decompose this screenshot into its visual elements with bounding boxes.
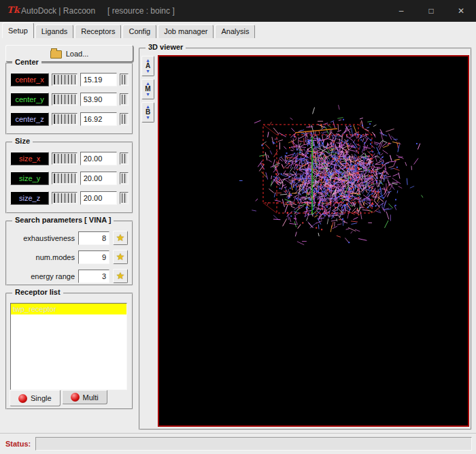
folder-icon <box>50 50 62 59</box>
size-group-title: Size <box>12 137 33 145</box>
exhaustiveness-row: exhaustiveness 8 ★ <box>11 231 128 245</box>
center-x-fine-wheel[interactable] <box>120 74 129 86</box>
search-parameters-group: Search parameters [ VINA ] exhaustivenes… <box>5 221 133 286</box>
tab-receptors[interactable]: Receptors <box>75 25 121 38</box>
size-y-input[interactable]: 20.00 <box>80 172 117 185</box>
tab-multi-label: Multi <box>83 393 99 402</box>
center-y-button[interactable]: center_y <box>10 93 49 106</box>
center-x-row: center_x 15.19 <box>10 73 129 86</box>
size-x-fine-wheel[interactable] <box>120 152 129 165</box>
viewer-3d-canvas[interactable] <box>158 55 469 427</box>
exhaustiveness-default-button[interactable]: ★ <box>113 231 128 245</box>
multi-mode-icon <box>71 393 80 402</box>
size-x-thumbwheel[interactable] <box>52 152 78 165</box>
resource-label: [ resource : boinc ] <box>107 6 175 16</box>
center-group-title: Center <box>12 58 41 66</box>
viewer-molecule-button[interactable]: ▲ M ▼ <box>141 79 154 99</box>
receptor-list-item[interactable]: twp_receptor <box>11 304 126 314</box>
size-z-row: size_z 20.00 <box>10 191 129 205</box>
maximize-button[interactable]: □ <box>416 0 446 22</box>
size-z-thumbwheel[interactable] <box>52 192 78 204</box>
tab-single[interactable]: Single <box>10 390 61 406</box>
single-mode-icon <box>18 394 27 403</box>
center-z-label: center_z <box>16 115 44 123</box>
center-y-thumbwheel[interactable] <box>52 93 78 106</box>
receptor-listbox[interactable]: twp_receptor <box>10 303 127 390</box>
minimize-button[interactable]: – <box>386 0 416 22</box>
tab-config[interactable]: Config <box>122 25 156 38</box>
size-group: Size size_x 20.00 size_y 20.00 size_z 20… <box>5 142 133 214</box>
size-x-input[interactable]: 20.00 <box>80 152 117 165</box>
center-x-label: center_x <box>16 76 44 84</box>
center-z-fine-wheel[interactable] <box>120 113 129 125</box>
receptor-list-title: Receptor list <box>12 288 63 296</box>
exhaustiveness-input[interactable]: 8 <box>78 231 109 245</box>
num-modes-input[interactable]: 9 <box>78 250 109 264</box>
tab-ligands[interactable]: Ligands <box>35 25 74 38</box>
viewer-all-letter: A <box>146 63 150 69</box>
close-button[interactable]: ✕ <box>446 0 476 22</box>
center-z-button[interactable]: center_z <box>10 112 49 126</box>
down-arrow-icon: ▼ <box>146 115 150 120</box>
size-y-row: size_y 20.00 <box>10 172 129 185</box>
receptor-mode-tabs: Single Multi <box>10 390 109 406</box>
size-x-row: size_x 20.00 <box>10 152 129 165</box>
center-y-fine-wheel[interactable] <box>120 93 129 106</box>
status-label: Status: <box>5 440 31 448</box>
energy-range-label: energy range <box>11 272 75 280</box>
center-x-thumbwheel[interactable] <box>52 74 78 86</box>
size-y-button[interactable]: size_y <box>10 172 49 185</box>
center-z-thumbwheel[interactable] <box>52 113 78 125</box>
num-modes-row: num.modes 9 ★ <box>11 250 128 264</box>
main-tabbar: Setup Ligands Receptors Config Job manag… <box>2 22 474 38</box>
tab-single-label: Single <box>31 394 52 402</box>
down-arrow-icon: ▼ <box>146 69 150 74</box>
search-parameters-title: Search parameters [ VINA ] <box>12 216 114 224</box>
viewer-box-button[interactable]: ▲ B ▼ <box>141 102 154 123</box>
size-x-label: size_x <box>19 155 40 163</box>
energy-range-default-button[interactable]: ★ <box>113 269 128 283</box>
center-x-button[interactable]: center_x <box>10 73 49 86</box>
size-y-thumbwheel[interactable] <box>52 172 78 184</box>
center-x-input[interactable]: 15.19 <box>80 73 117 86</box>
size-x-button[interactable]: size_x <box>10 152 49 165</box>
center-group: Center center_x 15.19 center_y 53.90 cen… <box>5 63 133 135</box>
center-z-input[interactable]: 16.92 <box>80 112 117 126</box>
receptor-list-group: Receptor list twp_receptor Single Multi <box>5 293 133 410</box>
tab-job-manager[interactable]: Job manager <box>158 25 214 38</box>
size-y-label: size_y <box>19 174 40 182</box>
num-modes-label: num.modes <box>11 253 75 261</box>
down-arrow-icon: ▼ <box>146 92 150 97</box>
tab-analysis[interactable]: Analysis <box>215 25 255 38</box>
tab-multi[interactable]: Multi <box>62 390 107 404</box>
size-z-label: size_z <box>19 194 40 202</box>
num-modes-default-button[interactable]: ★ <box>113 250 128 264</box>
size-z-input[interactable]: 20.00 <box>80 191 117 205</box>
molecule-render <box>159 56 468 425</box>
status-value <box>35 437 472 451</box>
center-z-row: center_z 16.92 <box>10 112 129 126</box>
load-button-label: Load... <box>66 50 89 58</box>
title-bar: Tk AutoDock | Raccoon [ resource : boinc… <box>0 0 476 22</box>
viewer-box-letter: B <box>146 110 150 115</box>
status-bar: Status: <box>0 433 476 454</box>
exhaustiveness-label: exhaustiveness <box>11 234 75 242</box>
tk-logo-icon: Tk <box>7 5 20 15</box>
energy-range-input[interactable]: 3 <box>78 270 109 283</box>
size-y-fine-wheel[interactable] <box>120 172 129 184</box>
center-y-label: center_y <box>16 95 44 103</box>
center-y-row: center_y 53.90 <box>10 93 129 106</box>
energy-range-row: energy range 3 ★ <box>11 269 128 283</box>
viewer-group: 3D viewer ▲ A ▼ ▲ M ▼ ▲ B ▼ <box>139 48 472 430</box>
viewer-group-title: 3D viewer <box>146 43 186 51</box>
size-z-button[interactable]: size_z <box>10 191 49 205</box>
tab-setup[interactable]: Setup <box>2 22 34 38</box>
size-z-fine-wheel[interactable] <box>120 192 129 204</box>
center-y-input[interactable]: 53.90 <box>80 93 117 106</box>
viewer-molecule-letter: M <box>145 86 150 92</box>
window-title: AutoDock | Raccoon <box>21 6 95 16</box>
viewer-all-button[interactable]: ▲ A ▼ <box>141 56 154 76</box>
